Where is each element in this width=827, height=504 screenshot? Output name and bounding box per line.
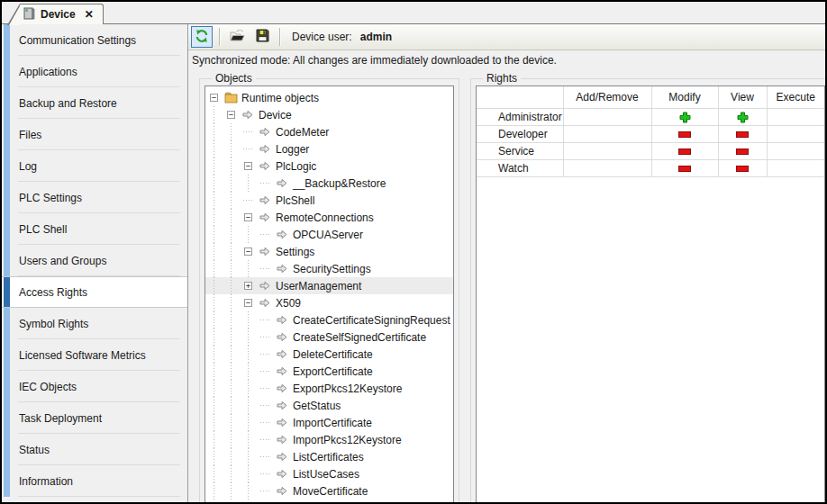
permission-cell-view[interactable] bbox=[718, 125, 767, 142]
sidebar-item-label: PLC Settings bbox=[19, 192, 82, 204]
arrow-icon bbox=[274, 349, 290, 359]
sidebar-item-licensed-software-metrics[interactable]: Licensed Software Metrics bbox=[2, 339, 187, 371]
tree-item-movecertificate[interactable]: MoveCertificate bbox=[205, 482, 453, 500]
permission-cell-view[interactable] bbox=[718, 108, 767, 125]
objects-group-label: Objects bbox=[212, 72, 256, 85]
tree-indent-guide bbox=[205, 448, 223, 465]
tree-item-importcertificate[interactable]: ImportCertificate bbox=[205, 414, 453, 431]
rights-table-body: AdministratorDeveloperServiceWatch bbox=[477, 108, 824, 176]
permission-cell-add-remove[interactable] bbox=[563, 125, 651, 142]
permission-cell-execute[interactable] bbox=[767, 142, 824, 159]
tree-item-exportcertificate[interactable]: ExportCertificate bbox=[205, 363, 453, 380]
sidebar-item-plc-shell[interactable]: PLC Shell bbox=[2, 213, 187, 245]
deny-minus-icon bbox=[678, 131, 691, 138]
tree-item--backup-restore[interactable]: __Backup&Restore bbox=[205, 175, 453, 192]
synchronize-button[interactable] bbox=[191, 26, 213, 48]
sidebar-item-symbol-rights[interactable]: Symbol Rights bbox=[2, 308, 187, 339]
sidebar-item-communication-settings[interactable]: Communication Settings bbox=[2, 24, 187, 56]
tree-item-plcshell[interactable]: PlcShell bbox=[205, 192, 453, 209]
tree-item-listcertificates[interactable]: ListCertificates bbox=[205, 448, 453, 465]
tree-item-listusecases[interactable]: ListUseCases bbox=[205, 465, 453, 482]
tree-item-codemeter[interactable]: CodeMeter bbox=[205, 123, 453, 140]
tab-device[interactable]: Device ✕ bbox=[20, 4, 104, 24]
tree-item-label: ImportCertificate bbox=[290, 417, 375, 429]
collapse-icon[interactable]: − bbox=[240, 294, 257, 311]
sidebar-item-iec-objects[interactable]: IEC Objects bbox=[2, 371, 187, 402]
permission-cell-modify[interactable] bbox=[651, 142, 718, 159]
role-label: Developer bbox=[477, 125, 563, 142]
tree-item-x509[interactable]: −X509 bbox=[205, 294, 453, 311]
tree-item-logger[interactable]: Logger bbox=[205, 140, 453, 158]
tree-item-importpkcs12keystore[interactable]: ImportPkcs12Keystore bbox=[205, 431, 453, 448]
sidebar-item-files[interactable]: Files bbox=[2, 119, 187, 150]
arrow-icon bbox=[257, 247, 273, 256]
tree-indent-guide bbox=[223, 482, 240, 500]
collapse-icon[interactable]: − bbox=[240, 209, 257, 226]
sidebar-item-users-and-groups[interactable]: Users and Groups bbox=[2, 245, 187, 276]
tree-connector bbox=[257, 311, 274, 328]
sidebar-item-label: Files bbox=[19, 129, 41, 141]
tree-item-usermanagement[interactable]: +UserManagement bbox=[205, 277, 453, 294]
tree-indent-guide bbox=[205, 482, 223, 500]
sidebar-item-access-rights[interactable]: Access Rights bbox=[2, 276, 187, 308]
permission-cell-modify[interactable] bbox=[651, 125, 718, 142]
arrow-icon bbox=[274, 332, 290, 342]
tree-indent-guide bbox=[205, 311, 223, 328]
tree-item-createcertificatesigningrequest[interactable]: CreateCertificateSigningRequest bbox=[205, 311, 453, 328]
tree-item-settings[interactable]: −Settings bbox=[205, 243, 453, 260]
permission-cell-modify[interactable] bbox=[651, 159, 718, 176]
tree-item-plclogic[interactable]: −PlcLogic bbox=[205, 158, 453, 175]
tree-indent-guide bbox=[205, 363, 223, 380]
sidebar-item-label: Backup and Restore bbox=[19, 97, 117, 110]
tree-item-label: X509 bbox=[273, 297, 304, 310]
tab-title: Device bbox=[41, 8, 76, 21]
tree-connector bbox=[257, 346, 274, 363]
tree-item-label: CreateSelfSignedCertificate bbox=[290, 331, 429, 344]
arrow-icon bbox=[257, 195, 273, 205]
sidebar-item-log[interactable]: Log bbox=[2, 150, 187, 182]
collapse-icon[interactable]: − bbox=[205, 89, 223, 106]
tree-item-device[interactable]: −Device bbox=[205, 106, 453, 123]
tree-connector bbox=[257, 448, 274, 465]
permission-cell-execute[interactable] bbox=[767, 125, 824, 142]
permission-cell-add-remove[interactable] bbox=[563, 108, 651, 125]
tree-connector bbox=[257, 482, 274, 500]
sidebar-item-backup-and-restore[interactable]: Backup and Restore bbox=[2, 87, 187, 119]
tree-item-exportpkcs12keystore[interactable]: ExportPkcs12Keystore bbox=[205, 380, 453, 397]
sidebar-item-applications[interactable]: Applications bbox=[2, 56, 187, 87]
column-header-add-remove: Add/Remove bbox=[563, 86, 651, 108]
permission-cell-add-remove[interactable] bbox=[563, 159, 651, 176]
deny-minus-icon bbox=[678, 166, 691, 172]
permission-cell-view[interactable] bbox=[718, 142, 767, 159]
permission-cell-add-remove[interactable] bbox=[563, 142, 651, 159]
permission-cell-modify[interactable] bbox=[651, 108, 718, 125]
tree-item-remoteconnections[interactable]: −RemoteConnections bbox=[205, 209, 453, 226]
tree-item-label: ListUseCases bbox=[290, 468, 362, 481]
collapse-icon[interactable]: − bbox=[240, 243, 257, 260]
sidebar-item-task-deployment[interactable]: Task Deployment bbox=[2, 402, 187, 434]
tree-item-createselfsignedcertificate[interactable]: CreateSelfSignedCertificate bbox=[205, 328, 453, 346]
tree-item-getstatus[interactable]: GetStatus bbox=[205, 397, 453, 414]
permission-cell-execute[interactable] bbox=[767, 159, 824, 176]
expand-icon[interactable]: + bbox=[240, 277, 257, 294]
save-button[interactable] bbox=[251, 26, 273, 48]
tree-item-deletecertificate[interactable]: DeleteCertificate bbox=[205, 346, 453, 363]
tree-item-opcuaserver[interactable]: OPCUAServer bbox=[205, 226, 453, 243]
tree-indent-guide bbox=[223, 431, 240, 448]
sidebar-item-information[interactable]: Information bbox=[2, 465, 187, 497]
permission-cell-view[interactable] bbox=[718, 159, 767, 176]
content-panels: Objects −Runtime objects−DeviceCodeMeter… bbox=[188, 70, 825, 502]
open-button[interactable] bbox=[226, 26, 248, 48]
sidebar-item-status[interactable]: Status bbox=[2, 434, 187, 465]
deny-minus-icon bbox=[678, 148, 691, 155]
collapse-icon[interactable]: − bbox=[223, 106, 240, 123]
tree-connector bbox=[257, 397, 274, 414]
permission-cell-execute[interactable] bbox=[767, 108, 824, 125]
sidebar-item-plc-settings[interactable]: PLC Settings bbox=[2, 182, 187, 213]
close-icon[interactable]: ✕ bbox=[81, 8, 94, 21]
tree-item-securitysettings[interactable]: SecuritySettings bbox=[205, 260, 453, 277]
collapse-icon[interactable]: − bbox=[240, 158, 257, 175]
tree-indent-guide bbox=[223, 311, 240, 328]
role-label: Watch bbox=[477, 159, 563, 176]
tree-item-runtime-objects[interactable]: −Runtime objects bbox=[205, 89, 453, 106]
